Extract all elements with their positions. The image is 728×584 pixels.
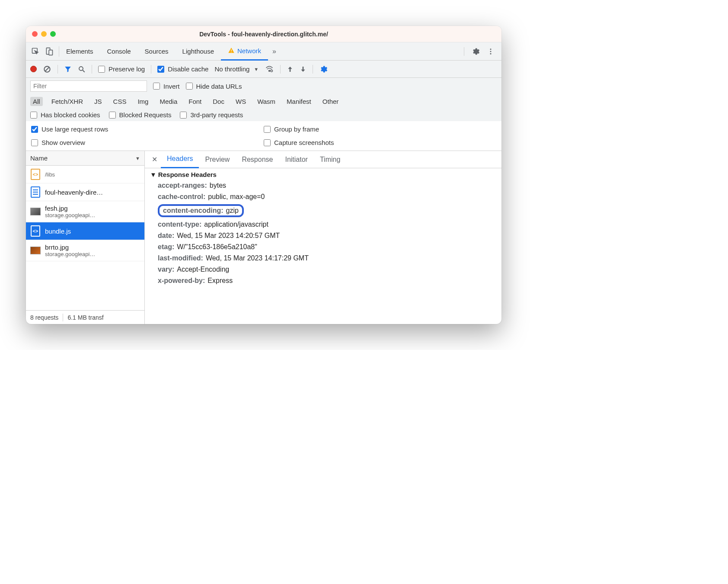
network-conditions-icon[interactable] [265, 65, 274, 73]
throttling-select[interactable]: No throttling▼ [214, 65, 259, 73]
inspect-element-icon[interactable] [31, 47, 40, 56]
header-value: bytes [210, 182, 226, 189]
network-settings-icon[interactable] [319, 65, 328, 74]
type-media[interactable]: Media [157, 97, 180, 106]
device-toolbar-icon[interactable] [45, 47, 54, 56]
tab-initiator[interactable]: Initiator [279, 151, 313, 168]
svg-point-12 [269, 70, 270, 71]
tab-network[interactable]: Network [221, 42, 268, 61]
type-font[interactable]: Font [186, 97, 204, 106]
type-ws[interactable]: WS [233, 97, 249, 106]
type-css[interactable]: CSS [111, 97, 129, 106]
image-thumbnail-icon [30, 247, 41, 254]
tab-sources[interactable]: Sources [138, 42, 176, 61]
header-name: vary: [158, 266, 174, 273]
filter-icon[interactable] [64, 65, 72, 73]
tab-elements[interactable]: Elements [59, 42, 100, 61]
resource-type-filters: All Fetch/XHR JS CSS Img Media Font Doc … [26, 94, 501, 109]
blocked-requests-label: Blocked Requests [119, 111, 172, 119]
tab-response[interactable]: Response [236, 151, 279, 168]
invert-checkbox[interactable]: Invert [153, 83, 180, 90]
request-sub: storage.googleapi… [45, 212, 95, 218]
request-row-selected[interactable]: <> bundle.js [26, 222, 144, 240]
third-party-checkbox[interactable]: 3rd-party requests [180, 111, 243, 119]
search-icon[interactable] [78, 65, 86, 73]
tab-lighthouse[interactable]: Lighthouse [176, 42, 221, 61]
type-manifest[interactable]: Manifest [284, 97, 314, 106]
maximize-window-button[interactable] [50, 31, 56, 37]
network-toolbar: Preserve log Disable cache No throttling… [26, 61, 501, 78]
large-rows-checkbox[interactable]: Use large request rows [31, 125, 264, 133]
script-file-icon: <> [31, 169, 40, 180]
upload-har-icon[interactable] [287, 65, 294, 73]
header-name: content-encoding: [163, 207, 224, 215]
show-overview-label: Show overview [42, 139, 85, 146]
chevron-down-icon: ▼ [254, 67, 259, 72]
kebab-menu-icon[interactable] [487, 48, 495, 55]
blocked-cookies-label: Has blocked cookies [41, 111, 100, 119]
status-bar: 8 requests 6.1 MB transf [26, 310, 144, 324]
separator [57, 65, 58, 74]
blocked-cookies-checkbox[interactable]: Has blocked cookies [30, 111, 100, 119]
blocked-requests-checkbox[interactable]: Blocked Requests [109, 111, 172, 119]
section-header[interactable]: ▼ Response Headers [150, 171, 496, 178]
group-by-frame-checkbox[interactable]: Group by frame [264, 125, 496, 133]
throttling-label: No throttling [214, 65, 249, 73]
header-line: x-powered-by:Express [158, 277, 496, 285]
svg-point-10 [79, 67, 83, 71]
more-tabs-button[interactable]: » [268, 48, 281, 55]
document-file-icon [31, 186, 40, 198]
request-list-pane: Name ▼ <> /libs foul-heavenly-dire… fesh… [26, 151, 145, 324]
response-headers-section: ▼ Response Headers accept-ranges:bytes c… [145, 168, 501, 324]
display-options: Use large request rows Show overview Gro… [26, 121, 501, 151]
extra-filters: Has blocked cookies Blocked Requests 3rd… [26, 109, 501, 121]
preserve-log-checkbox[interactable]: Preserve log [98, 65, 145, 73]
request-row[interactable]: brrto.jpgstorage.googleapi… [26, 240, 144, 261]
name-column-header[interactable]: Name ▼ [26, 151, 144, 166]
svg-line-9 [45, 67, 49, 71]
section-title: Response Headers [158, 171, 217, 178]
tab-network-label: Network [237, 47, 261, 55]
warning-icon [228, 47, 235, 54]
header-line: etag:W/"15cc63-186e5a210a8" [158, 243, 496, 251]
svg-line-11 [83, 70, 85, 72]
request-row[interactable]: foul-heavenly-dire… [26, 183, 144, 201]
capture-screenshots-checkbox[interactable]: Capture screenshots [264, 139, 496, 146]
filter-input[interactable] [30, 80, 147, 92]
settings-gear-icon[interactable] [471, 47, 480, 56]
request-row[interactable]: fesh.jpgstorage.googleapi… [26, 201, 144, 222]
tab-headers[interactable]: Headers [161, 151, 199, 168]
clear-button-icon[interactable] [43, 65, 51, 74]
network-split-pane: Name ▼ <> /libs foul-heavenly-dire… fesh… [26, 151, 501, 324]
close-window-button[interactable] [32, 31, 38, 37]
header-line: last-modified:Wed, 15 Mar 2023 14:17:29 … [158, 254, 496, 262]
request-row[interactable]: <> /libs [26, 166, 144, 183]
type-img[interactable]: Img [135, 97, 151, 106]
disable-cache-checkbox[interactable]: Disable cache [157, 65, 208, 73]
type-all[interactable]: All [30, 97, 43, 106]
minimize-window-button[interactable] [41, 31, 47, 37]
show-overview-checkbox[interactable]: Show overview [31, 139, 264, 146]
preserve-log-label: Preserve log [109, 65, 145, 73]
tab-console[interactable]: Console [100, 42, 138, 61]
header-value: Express [208, 277, 233, 285]
svg-point-7 [490, 53, 492, 54]
request-sub: storage.googleapi… [45, 251, 95, 257]
type-other[interactable]: Other [320, 97, 342, 106]
separator [92, 65, 92, 74]
type-js[interactable]: JS [92, 97, 105, 106]
tab-preview[interactable]: Preview [199, 151, 236, 168]
download-har-icon[interactable] [300, 65, 307, 73]
close-detail-button[interactable]: ✕ [148, 155, 161, 164]
hide-data-urls-checkbox[interactable]: Hide data URLs [186, 83, 242, 90]
type-fetchxhr[interactable]: Fetch/XHR [49, 97, 86, 106]
request-detail-pane: ✕ Headers Preview Response Initiator Tim… [145, 151, 501, 324]
transfer-size: 6.1 MB transf [67, 314, 103, 321]
request-count: 8 requests [30, 314, 58, 321]
type-doc[interactable]: Doc [210, 97, 227, 106]
tab-timing[interactable]: Timing [314, 151, 346, 168]
request-name: brrto.jpg [45, 244, 95, 251]
record-button[interactable] [30, 66, 37, 72]
separator [63, 314, 63, 321]
type-wasm[interactable]: Wasm [255, 97, 278, 106]
